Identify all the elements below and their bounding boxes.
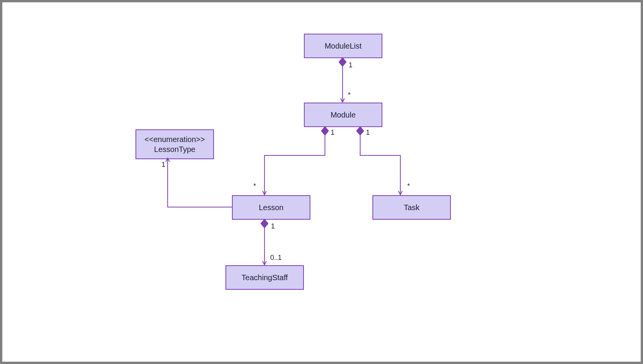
class-task: Task <box>372 195 451 220</box>
diagram-frame: ModuleList Module <<enumeration>> Lesson… <box>0 0 643 364</box>
svg-marker-4 <box>261 219 268 228</box>
class-label: Module <box>331 110 356 120</box>
svg-marker-2 <box>321 126 329 135</box>
svg-marker-0 <box>339 57 346 67</box>
mult-module-task-top: 1 <box>366 129 370 137</box>
class-label: Lesson <box>259 202 284 212</box>
mult-lesson-teach-bot: 0..1 <box>270 254 282 262</box>
class-modulelist: ModuleList <box>304 34 382 58</box>
class-lessontype: <<enumeration>> LessonType <box>135 129 214 159</box>
class-label: LessonType <box>154 144 196 154</box>
mult-module-lesson-top: 1 <box>331 129 335 137</box>
class-lesson: Lesson <box>232 195 310 220</box>
mult-modulelist-top: 1 <box>349 61 353 69</box>
svg-marker-3 <box>356 126 364 135</box>
class-stereotype: <<enumeration>> <box>145 134 205 144</box>
mult-modulelist-bot: * <box>348 91 351 99</box>
conn-lesson-teachingstaff <box>261 219 268 264</box>
mult-lesson-lessontype: 1 <box>162 161 165 169</box>
mult-module-lesson-bot: * <box>253 182 256 190</box>
class-teachingstaff: TeachingStaff <box>225 265 304 290</box>
class-label: TeachingStaff <box>242 273 288 282</box>
class-label: Task <box>404 202 419 212</box>
conn-lesson-lessontype <box>168 158 232 207</box>
mult-lesson-teach-top: 1 <box>271 222 275 230</box>
class-label: ModuleList <box>325 41 362 51</box>
conn-module-lesson <box>264 126 329 194</box>
conn-modulelist-module <box>339 57 346 102</box>
mult-module-task-bot: * <box>407 182 410 190</box>
class-module: Module <box>304 103 382 127</box>
conn-module-task <box>356 126 400 194</box>
